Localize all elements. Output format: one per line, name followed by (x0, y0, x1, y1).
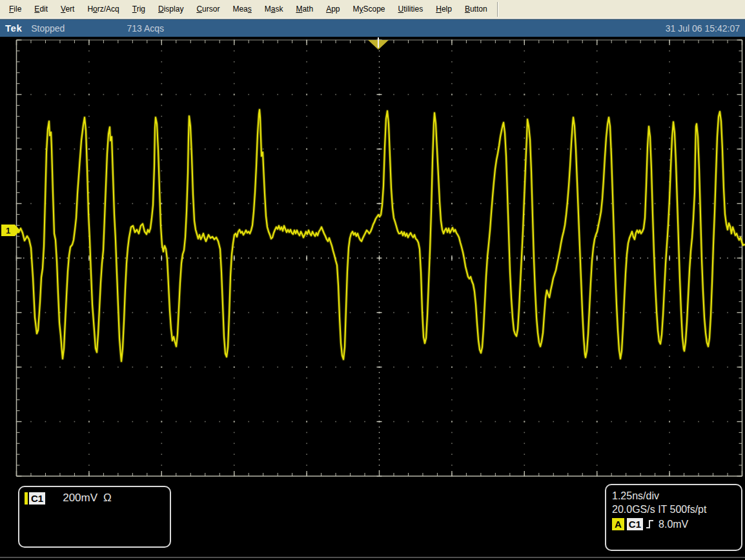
acquisition-count: 713 Acqs (127, 23, 164, 34)
menu-item-help[interactable]: Help (429, 5, 458, 14)
acquisition-state: Stopped (31, 23, 65, 34)
menu-item-button[interactable]: Button (458, 5, 494, 14)
menu-item-app[interactable]: App (320, 5, 346, 14)
menu-item-display[interactable]: Display (152, 5, 190, 14)
menu-item-trig[interactable]: Trig (126, 5, 152, 14)
svg-text:1: 1 (6, 226, 10, 235)
menu-item-meas[interactable]: Meas (226, 5, 258, 14)
rising-edge-icon (646, 519, 654, 529)
menu-item-myscope[interactable]: MyScope (347, 5, 392, 14)
waveform-display-area[interactable]: 1 (0, 37, 745, 479)
scope-graticule[interactable]: 1 (0, 37, 745, 479)
menu-item-horz-acq[interactable]: Horz/Acq (81, 5, 125, 14)
menu-item-cursor[interactable]: Cursor (190, 5, 226, 14)
horizontal-trigger-readout-box[interactable]: 1.25ns/div 20.0GS/s IT 500fs/pt A C1 8.0… (605, 484, 742, 551)
trigger-source-badge[interactable]: A (612, 518, 624, 530)
menu-item-mask[interactable]: Mask (258, 5, 290, 14)
menu-item-math[interactable]: Math (289, 5, 320, 14)
tek-logo: Tek (5, 23, 22, 34)
menu-item-vert[interactable]: Vert (54, 5, 81, 14)
menu-item-utilities[interactable]: Utilities (392, 5, 430, 14)
coupling-symbol: Ω (103, 492, 112, 505)
channel-badge[interactable]: C1 (29, 492, 45, 505)
menu-bar: FileEditVertHorz/AcqTrigDisplayCursorMea… (0, 0, 745, 19)
trigger-channel-badge[interactable]: C1 (627, 518, 643, 530)
channel-1-trace (16, 110, 745, 361)
status-bar: Tek Stopped 713 Acqs 31 Jul 06 15:42:07 (0, 19, 745, 37)
menu-separator (497, 2, 498, 17)
window-bottom-edge (0, 557, 745, 558)
menu-item-file[interactable]: File (3, 5, 28, 14)
sample-rate-readout: 20.0GS/s IT 500fs/pt (612, 503, 735, 516)
menu-item-edit[interactable]: Edit (28, 5, 54, 14)
channel-color-bar (25, 492, 28, 505)
trigger-level-readout: 8.0mV (658, 517, 688, 531)
timebase-readout: 1.25ns/div (612, 489, 735, 503)
channel-readout-box[interactable]: C1 200mV Ω (18, 486, 171, 548)
vertical-scale: 200mV (63, 492, 97, 505)
date-time: 31 Jul 06 15:42:07 (666, 23, 740, 34)
